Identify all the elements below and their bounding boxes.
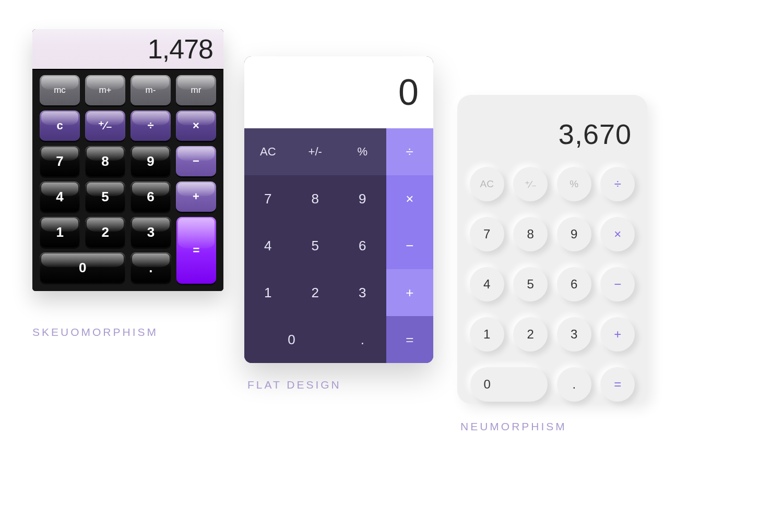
clear-button[interactable]: c <box>40 111 80 141</box>
decimal-button[interactable]: . <box>339 316 386 363</box>
equals-button[interactable]: = <box>386 316 434 363</box>
equals-button[interactable]: = <box>600 367 635 402</box>
digit-3-button[interactable]: 3 <box>130 217 171 247</box>
digit-6-button[interactable]: 6 <box>557 267 591 301</box>
percent-button[interactable]: % <box>557 167 591 201</box>
digit-4-button[interactable]: 4 <box>470 267 504 301</box>
digit-5-button[interactable]: 5 <box>292 222 339 269</box>
digit-2-button[interactable]: 2 <box>513 317 548 352</box>
digit-8-button[interactable]: 8 <box>513 217 548 251</box>
mc-button[interactable]: mc <box>40 75 80 105</box>
ac-button[interactable]: AC <box>244 128 292 175</box>
digit-6-button[interactable]: 6 <box>130 182 171 212</box>
digit-8-button[interactable]: 8 <box>85 146 125 176</box>
sign-button[interactable]: ⁺∕₋ <box>85 111 125 141</box>
flat-display: 0 <box>244 56 433 128</box>
digit-3-button[interactable]: 3 <box>339 269 386 316</box>
mplus-button[interactable]: m+ <box>85 75 125 105</box>
mr-button[interactable]: mr <box>176 75 216 105</box>
digit-4-button[interactable]: 4 <box>40 182 80 212</box>
skeu-display: 1,478 <box>32 29 223 70</box>
digit-2-button[interactable]: 2 <box>292 269 339 316</box>
plus-button[interactable]: + <box>176 182 216 212</box>
neu-keypad: AC ⁺∕₋ % ÷ 7 8 9 × 4 5 6 − 1 2 3 + 0 . = <box>469 163 636 406</box>
skeuomorphism-calculator: 1,478 mc m+ m- mr c ⁺∕₋ ÷ × 7 8 9 − 4 <box>32 29 223 291</box>
digit-8-button[interactable]: 8 <box>292 175 339 222</box>
digit-3-button[interactable]: 3 <box>557 317 591 352</box>
minus-button[interactable]: − <box>176 146 216 176</box>
digit-9-button[interactable]: 9 <box>557 217 591 251</box>
neu-caption: NEUMORPHISM <box>460 420 567 433</box>
multiply-button[interactable]: × <box>386 175 434 222</box>
flat-calculator: 0 AC +/- % ÷ 7 8 9 × 4 5 6 − 1 2 3 + 0 .… <box>244 56 433 363</box>
minus-button[interactable]: − <box>600 267 635 301</box>
digit-1-button[interactable]: 1 <box>244 269 292 316</box>
digit-9-button[interactable]: 9 <box>130 146 171 176</box>
neumorphism-calculator: 3,670 AC ⁺∕₋ % ÷ 7 8 9 × 4 5 6 − 1 2 3 +… <box>457 95 647 404</box>
skeu-keypad: mc m+ m- mr c ⁺∕₋ ÷ × 7 8 9 − 4 5 6 <box>32 70 223 291</box>
decimal-button[interactable]: . <box>130 252 171 283</box>
digit-4-button[interactable]: 4 <box>244 222 292 269</box>
skeu-caption: SKEUOMORPHISM <box>32 326 158 338</box>
equals-button[interactable]: = <box>176 217 216 284</box>
flat-caption: FLAT DESIGN <box>247 379 341 391</box>
digit-0-button[interactable]: 0 <box>470 367 548 402</box>
divide-button[interactable]: ÷ <box>130 111 171 141</box>
sign-button[interactable]: ⁺∕₋ <box>513 167 548 201</box>
divide-button[interactable]: ÷ <box>600 167 635 201</box>
digit-5-button[interactable]: 5 <box>513 267 548 301</box>
decimal-button[interactable]: . <box>557 367 591 402</box>
neu-display: 3,670 <box>469 105 636 163</box>
digit-6-button[interactable]: 6 <box>339 222 386 269</box>
minus-button[interactable]: − <box>386 222 434 269</box>
mminus-button[interactable]: m- <box>130 75 171 105</box>
digit-5-button[interactable]: 5 <box>85 182 125 212</box>
divide-button[interactable]: ÷ <box>386 128 434 175</box>
digit-2-button[interactable]: 2 <box>85 217 125 247</box>
digit-0-button[interactable]: 0 <box>40 252 125 283</box>
digit-1-button[interactable]: 1 <box>40 217 80 247</box>
flat-keypad: AC +/- % ÷ 7 8 9 × 4 5 6 − 1 2 3 + 0 . = <box>244 128 433 363</box>
sign-button[interactable]: +/- <box>292 128 339 175</box>
digit-7-button[interactable]: 7 <box>470 217 504 251</box>
multiply-button[interactable]: × <box>600 217 635 251</box>
digit-1-button[interactable]: 1 <box>470 317 504 352</box>
digit-7-button[interactable]: 7 <box>40 146 80 176</box>
plus-button[interactable]: + <box>386 269 434 316</box>
percent-button[interactable]: % <box>339 128 386 175</box>
ac-button[interactable]: AC <box>470 167 504 201</box>
digit-7-button[interactable]: 7 <box>244 175 292 222</box>
digit-9-button[interactable]: 9 <box>339 175 386 222</box>
digit-0-button[interactable]: 0 <box>244 316 339 363</box>
multiply-button[interactable]: × <box>176 111 216 141</box>
plus-button[interactable]: + <box>600 317 635 352</box>
